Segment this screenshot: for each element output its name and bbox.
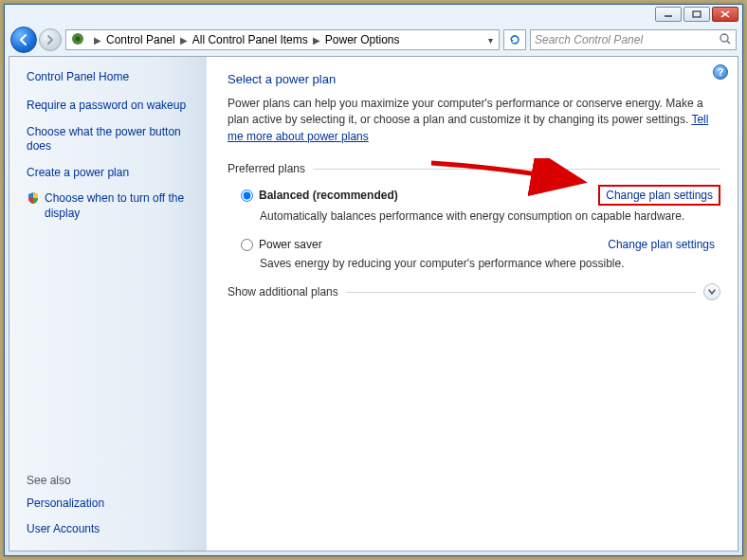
search-input[interactable]: Search Control Panel	[530, 29, 737, 50]
plan-power-saver-description: Saves energy by reducing your computer's…	[260, 257, 720, 270]
breadcrumb-item[interactable]: All Control Panel Items	[191, 33, 310, 46]
preferred-plans-heading: Preferred plans	[228, 162, 720, 175]
help-icon[interactable]: ?	[713, 64, 728, 80]
shield-icon	[27, 191, 40, 208]
divider	[313, 169, 720, 170]
address-bar[interactable]: ▶ Control Panel ▶ All Control Panel Item…	[65, 29, 500, 50]
window-frame: ▶ Control Panel ▶ All Control Panel Item…	[4, 4, 743, 556]
divider	[346, 292, 696, 293]
plan-balanced: Balanced (recommended) Change plan setti…	[241, 185, 720, 223]
sidebar-link-power-button[interactable]: Choose what the power button does	[27, 125, 195, 154]
forward-button[interactable]	[39, 28, 62, 51]
svg-point-6	[720, 34, 728, 42]
content-pane: ? Select a power plan Power plans can he…	[207, 57, 738, 551]
show-additional-plans-label: Show additional plans	[228, 285, 338, 298]
chevron-down-icon[interactable]	[703, 283, 720, 300]
preferred-plans-label: Preferred plans	[228, 162, 305, 175]
plan-power-saver-name: Power saver	[259, 238, 322, 251]
breadcrumb-separator-icon: ▶	[91, 35, 104, 45]
back-button[interactable]	[10, 27, 37, 53]
titlebar	[5, 5, 742, 26]
change-plan-settings-balanced[interactable]: Change plan settings	[598, 185, 720, 206]
sidebar: Control Panel Home Require a password on…	[9, 57, 207, 551]
navigation-bar: ▶ Control Panel ▶ All Control Panel Item…	[5, 26, 742, 54]
page-title: Select a power plan	[228, 72, 720, 86]
plan-balanced-name: Balanced (recommended)	[259, 189, 398, 202]
show-additional-plans[interactable]: Show additional plans	[228, 283, 720, 300]
plan-power-saver: Power saver Change plan settings Saves e…	[241, 236, 720, 270]
plan-balanced-description: Automatically balances performance with …	[260, 209, 720, 223]
breadcrumb-item[interactable]: Power Options	[323, 33, 402, 46]
change-plan-settings-power-saver[interactable]: Change plan settings	[602, 236, 720, 253]
refresh-button[interactable]	[503, 29, 526, 50]
close-button[interactable]	[712, 7, 738, 22]
breadcrumb-item[interactable]: Control Panel	[104, 33, 177, 46]
window-body: Control Panel Home Require a password on…	[9, 56, 738, 551]
see-also-heading: See also	[27, 474, 195, 487]
see-also-user-accounts[interactable]: User Accounts	[27, 522, 195, 537]
plan-power-saver-radio[interactable]	[241, 239, 253, 251]
minimize-button[interactable]	[655, 7, 682, 22]
page-description: Power plans can help you maximize your c…	[228, 96, 720, 145]
control-panel-home-link[interactable]: Control Panel Home	[27, 70, 195, 83]
svg-line-7	[727, 41, 730, 44]
sidebar-link-password-wakeup[interactable]: Require a password on wakeup	[27, 99, 195, 114]
svg-point-5	[76, 36, 81, 41]
search-placeholder: Search Control Panel	[535, 33, 643, 46]
see-also-personalization[interactable]: Personalization	[27, 497, 195, 512]
plan-balanced-radio[interactable]	[241, 190, 253, 202]
svg-rect-1	[693, 11, 701, 17]
control-panel-icon	[70, 31, 85, 49]
breadcrumb-separator-icon: ▶	[177, 35, 191, 45]
sidebar-link-create-plan[interactable]: Create a power plan	[27, 166, 195, 181]
sidebar-link-turn-off-display[interactable]: Choose when to turn off the display	[45, 191, 195, 221]
search-icon	[719, 32, 732, 48]
address-dropdown-icon[interactable]: ▾	[482, 35, 499, 45]
breadcrumb-separator-icon: ▶	[310, 35, 323, 45]
maximize-button[interactable]	[683, 7, 710, 22]
page-description-text: Power plans can help you maximize your c…	[228, 97, 703, 126]
